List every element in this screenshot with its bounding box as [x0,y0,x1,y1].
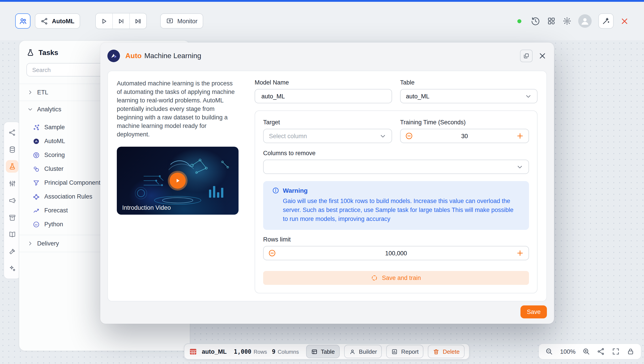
history-button[interactable] [531,16,540,26]
rail-tools-button[interactable] [5,244,20,259]
save-and-train-button[interactable]: Save and train [263,271,529,285]
play-button[interactable] [170,172,186,189]
warning-callout: Warning Gaio will use the first 100k row… [263,181,529,230]
columns-caption: Columns [278,348,299,355]
flask-icon [27,49,35,57]
builder-icon [349,348,356,355]
rail-catalog-button[interactable] [5,227,20,242]
table-select-value: auto_ML [406,93,429,100]
gaio-logo [107,50,120,62]
chevron-right-icon [27,90,33,95]
save-and-train-label: Save and train [382,274,421,281]
table-select[interactable]: auto_ML [400,89,537,103]
target-select-placeholder: Select column [269,132,307,139]
archive-icon [8,214,16,221]
monitor-icon [166,17,174,25]
workspace-button[interactable] [15,14,31,28]
task-item-label: Sample [44,124,65,130]
target-label: Target [263,119,392,126]
active-table-name[interactable]: auto_ML [202,348,227,355]
book-icon [8,230,16,238]
task-item-label: Python [44,221,63,228]
intro-video-thumbnail[interactable]: Introduction Video [117,147,238,215]
top-toolbar: AutoML Monitor [0,2,644,40]
table-stats: 1,000 Rows 9 Columns [234,348,302,355]
sliders-icon [8,180,16,187]
assistant-button[interactable] [598,14,613,28]
columns-to-remove-select[interactable] [263,160,529,174]
builder-button[interactable]: Builder [344,345,382,358]
modal-restore-button[interactable] [520,50,533,62]
rail-tasks-button[interactable] [5,159,20,174]
status-dot [517,19,521,23]
model-name-field-group: Model Name [255,79,392,103]
rail-flow-button[interactable] [5,125,20,140]
fullscreen-button[interactable] [612,348,620,356]
automl-task-button[interactable]: AutoML [35,14,80,28]
minus-circle-icon[interactable] [268,249,276,257]
monitor-button-label: Monitor [177,18,197,24]
database-icon [8,146,16,153]
rows-limit-label: Rows limit [263,236,529,243]
zoom-in-button[interactable] [582,348,590,356]
table-view-button[interactable]: Table [306,345,340,358]
form-column: Model Name Table auto_ML [255,79,537,293]
play-icon [100,17,108,25]
zoom-toolbar: 100% [539,344,641,360]
task-item-label: Cluster [44,166,64,172]
sparkles-icon [8,264,16,272]
monitor-button[interactable]: Monitor [160,14,203,28]
run-button[interactable] [96,14,112,28]
rows-limit-stepper: 100,000 [263,246,529,260]
link-nodes-icon [33,193,40,200]
report-button[interactable]: Report [387,345,424,358]
training-time-stepper: 30 [400,129,529,143]
modal-title-accent: Auto [125,52,142,60]
target-field-group: Target Select column [263,119,392,143]
table-field-group: Table auto_ML [400,79,537,103]
close-app-button[interactable] [620,17,629,25]
settings-gear-button[interactable] [562,16,571,26]
top-accent-strip [0,0,644,2]
zoom-out-button[interactable] [545,348,553,356]
rail-ai-button[interactable] [5,261,20,276]
save-button-label: Save [527,308,541,315]
run-next-button[interactable] [112,14,129,28]
scatter-icon [33,124,40,131]
cluster-icon [33,165,40,172]
user-avatar[interactable] [578,14,592,28]
magic-wand-icon [602,17,610,25]
section-delivery-label: Delivery [37,240,59,247]
training-time-field-group: Training Time (Seconds) 30 [400,119,529,143]
intro-column: Automated machine learning is the proces… [117,79,238,293]
automl-modal: Auto Machine Learning Automated machine … [100,42,554,324]
lock-button[interactable] [626,348,634,356]
toolbar-left-group: AutoML Monitor [15,13,203,29]
table-grid-icon [189,347,197,356]
python-icon: py [33,221,40,228]
rows-limit-value[interactable]: 100,000 [276,250,516,256]
section-etl-label: ETL [37,89,48,96]
columns-to-remove-label: Columns to remove [263,150,529,156]
minus-circle-icon[interactable] [405,132,413,140]
apps-grid-button[interactable] [547,16,556,26]
plus-icon[interactable] [516,132,524,140]
target-select[interactable]: Select column [263,129,392,143]
rail-data-button[interactable] [5,142,20,157]
delete-button[interactable]: Delete [428,345,465,358]
training-time-value[interactable]: 30 [413,132,516,139]
chevron-down-icon [516,164,523,170]
plus-icon[interactable] [516,249,524,257]
columns-count: 9 [272,348,275,355]
run-all-button[interactable] [129,14,146,28]
modal-title-rest: Machine Learning [144,52,201,60]
columns-to-remove-field-group: Columns to remove [263,150,529,174]
flow-view-button[interactable] [597,348,605,356]
rows-count: 1,000 [234,348,251,355]
rail-archive-button[interactable] [5,210,20,225]
rail-settings-button[interactable] [5,176,20,191]
model-name-input[interactable] [260,92,386,100]
modal-close-button[interactable] [538,52,547,60]
rail-announce-button[interactable] [5,193,20,208]
save-button[interactable]: Save [520,306,547,318]
